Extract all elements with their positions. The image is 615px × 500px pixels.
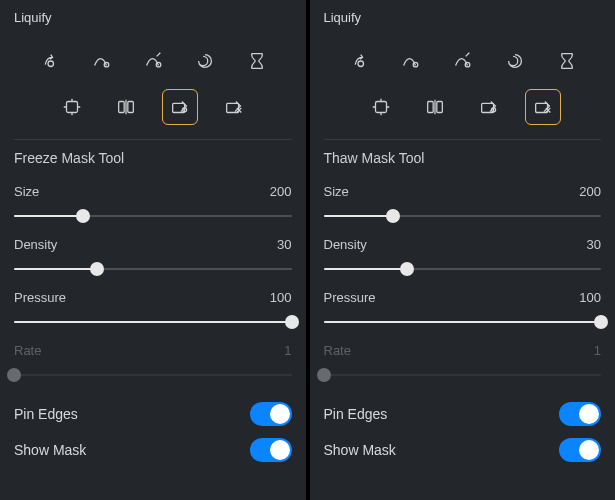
panel-title: Liquify: [14, 10, 292, 25]
show-mask-label: Show Mask: [14, 442, 86, 458]
tool-twirl[interactable]: [497, 43, 533, 79]
tool-pucker[interactable]: [54, 89, 90, 125]
tool-row-2: [324, 89, 602, 125]
pin-edges-label: Pin Edges: [324, 406, 388, 422]
slider-rate-value: 1: [284, 343, 291, 358]
section-title: Freeze Mask Tool: [14, 150, 292, 166]
slider-size-value: 200: [270, 184, 292, 199]
pin-edges-row: Pin Edges: [14, 396, 292, 432]
slider-pressure[interactable]: Pressure 100: [324, 290, 602, 337]
tool-smooth[interactable]: [135, 43, 171, 79]
pin-edges-row: Pin Edges: [324, 396, 602, 432]
tool-thaw-mask[interactable]: [216, 89, 252, 125]
tool-thaw-mask[interactable]: [525, 89, 561, 125]
slider-density-label: Density: [324, 237, 367, 252]
liquify-panel-right: Liquify: [310, 0, 616, 500]
tool-row-1: [14, 43, 292, 79]
tool-reconstruct[interactable]: [392, 43, 428, 79]
slider-size[interactable]: Size 200: [14, 184, 292, 231]
tool-mirror[interactable]: [417, 89, 453, 125]
divider: [14, 139, 292, 140]
slider-pressure[interactable]: Pressure 100: [14, 290, 292, 337]
tool-bloat[interactable]: [549, 43, 585, 79]
slider-size-label: Size: [14, 184, 39, 199]
tool-bloat[interactable]: [239, 43, 275, 79]
tool-freeze-mask[interactable]: [162, 89, 198, 125]
show-mask-label: Show Mask: [324, 442, 396, 458]
pin-edges-toggle[interactable]: [250, 402, 292, 426]
slider-pressure-value: 100: [270, 290, 292, 305]
slider-size-value: 200: [579, 184, 601, 199]
slider-pressure-value: 100: [579, 290, 601, 305]
pin-edges-toggle[interactable]: [559, 402, 601, 426]
show-mask-row: Show Mask: [14, 432, 292, 468]
slider-density[interactable]: Density 30: [14, 237, 292, 284]
slider-density[interactable]: Density 30: [324, 237, 602, 284]
tool-row-2: [14, 89, 292, 125]
tool-row-1: [324, 43, 602, 79]
section-title: Thaw Mask Tool: [324, 150, 602, 166]
show-mask-row: Show Mask: [324, 432, 602, 468]
panel-title: Liquify: [324, 10, 602, 25]
show-mask-toggle[interactable]: [559, 438, 601, 462]
tool-smooth[interactable]: [444, 43, 480, 79]
slider-rate-label: Rate: [14, 343, 41, 358]
slider-rate-value: 1: [594, 343, 601, 358]
slider-density-label: Density: [14, 237, 57, 252]
tool-forward-warp[interactable]: [340, 43, 376, 79]
slider-rate: Rate 1: [14, 343, 292, 390]
slider-rate-label: Rate: [324, 343, 351, 358]
liquify-panel-left: Liquify: [0, 0, 306, 500]
tool-forward-warp[interactable]: [30, 43, 66, 79]
divider: [324, 139, 602, 140]
slider-pressure-label: Pressure: [14, 290, 66, 305]
tool-twirl[interactable]: [187, 43, 223, 79]
slider-density-value: 30: [277, 237, 291, 252]
slider-size[interactable]: Size 200: [324, 184, 602, 231]
tool-reconstruct[interactable]: [83, 43, 119, 79]
show-mask-toggle[interactable]: [250, 438, 292, 462]
slider-size-label: Size: [324, 184, 349, 199]
tool-freeze-mask[interactable]: [471, 89, 507, 125]
slider-rate: Rate 1: [324, 343, 602, 390]
slider-pressure-label: Pressure: [324, 290, 376, 305]
pin-edges-label: Pin Edges: [14, 406, 78, 422]
slider-density-value: 30: [587, 237, 601, 252]
tool-mirror[interactable]: [108, 89, 144, 125]
tool-pucker[interactable]: [363, 89, 399, 125]
